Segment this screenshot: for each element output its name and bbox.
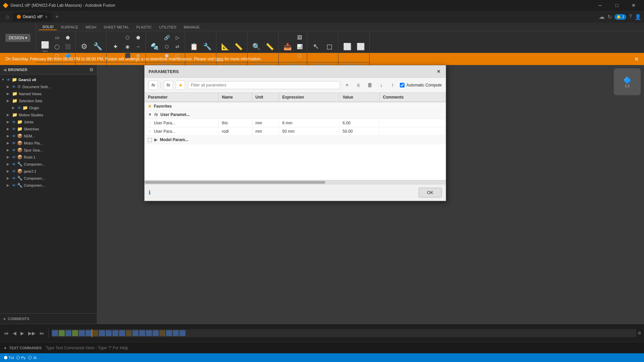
joint-origin-icon[interactable]: ⬡	[162, 42, 171, 51]
scale-icon[interactable]: ↔	[133, 42, 143, 51]
status-py-mode[interactable]: Py	[16, 356, 25, 360]
eye-icon[interactable]: 👁	[12, 127, 16, 131]
cell-name-1[interactable]: thic	[218, 119, 252, 127]
expand-icon[interactable]: ▶	[7, 134, 11, 138]
info-icon[interactable]: ℹ	[149, 189, 151, 196]
position-icon2[interactable]: ⬜	[355, 40, 367, 54]
insert-icon1[interactable]: 📥	[281, 40, 293, 54]
timeline-play[interactable]: ▶	[19, 329, 25, 337]
tree-item-motion-studies[interactable]: ▶ 📁 Motion Studies	[0, 111, 97, 118]
loft-icon[interactable]: ⬟	[63, 33, 72, 42]
maximize-button[interactable]: □	[609, 0, 625, 11]
eye-icon[interactable]: 👁	[12, 85, 16, 89]
copy-param-button[interactable]: ⎘	[354, 81, 363, 89]
cell-comments-1[interactable]	[379, 119, 446, 127]
expand-icon[interactable]: ▶	[7, 141, 11, 145]
timeline-to-end[interactable]: ⏭	[38, 329, 46, 337]
inspect-icon1[interactable]: 🔍	[250, 40, 262, 54]
tab-manage[interactable]: MANAGE	[180, 24, 203, 30]
select-box-icon[interactable]: ◻	[323, 40, 335, 54]
tree-item-doc-settings[interactable]: ▶ 👁 ⚙ Document Setti...	[0, 83, 97, 90]
automate-icon[interactable]: ⚙	[78, 40, 90, 54]
tab-mesh[interactable]: MESH	[82, 24, 100, 30]
expand-icon[interactable]: ▶	[7, 99, 11, 103]
tree-item-selection-sets[interactable]: ▶ 📁 Selection Sets	[0, 97, 97, 104]
cell-comments-2[interactable]	[379, 127, 446, 136]
joint-icon[interactable]: 🔩	[149, 40, 161, 54]
user-params-label[interactable]: ▼ fx User Paramet...	[145, 111, 446, 119]
timeline-item[interactable]	[132, 330, 139, 336]
tree-item-gear2[interactable]: ▶ 👁 📦 gear2:1	[0, 168, 97, 175]
timeline-settings-icon[interactable]: ⚙	[638, 331, 641, 336]
tree-item-component-2[interactable]: ▶ 👁 🔧 Componen...	[0, 175, 97, 182]
extrude-icon[interactable]: ▭	[52, 33, 62, 42]
comments-label[interactable]: COMMENTS	[8, 317, 29, 321]
timeline-prev[interactable]: ◀	[11, 329, 18, 337]
timeline-playhead[interactable]	[92, 329, 92, 337]
active-tab[interactable]: Gears1 v8* ✕	[13, 12, 52, 21]
timeline-item[interactable]	[106, 330, 112, 336]
dialog-close-button[interactable]: ✕	[435, 68, 442, 75]
expand-icon[interactable]: ▶	[7, 85, 11, 88]
banner-close-button[interactable]: ✕	[634, 56, 639, 62]
import-button[interactable]: ↓	[377, 81, 386, 89]
help-button[interactable]: ?	[629, 14, 632, 20]
status-js-mode[interactable]: Js	[28, 356, 37, 360]
design-button[interactable]: DESIGN ▾	[5, 34, 31, 42]
tab-utilities[interactable]: UTILITIES	[156, 24, 179, 30]
construct-icon1[interactable]: 📐	[219, 40, 231, 54]
as-built-joint-icon[interactable]: 🔗	[162, 33, 171, 42]
timeline-item[interactable]	[112, 330, 118, 336]
filter-input[interactable]	[188, 81, 340, 89]
chamfer-icon[interactable]: ◉	[123, 42, 132, 51]
refresh-icon[interactable]: ↻	[607, 14, 612, 20]
timeline-item[interactable]	[139, 330, 145, 336]
formula-button[interactable]: fx	[149, 80, 158, 90]
browser-settings-icon[interactable]: ⚙	[89, 67, 94, 72]
timeline-next[interactable]: ▶▶	[27, 329, 37, 337]
timeline-item[interactable]	[179, 330, 185, 336]
eye-icon[interactable]: 👁	[7, 78, 10, 82]
cell-unit-2[interactable]: mm	[252, 127, 279, 136]
user-params-button[interactable]: fx	[164, 80, 173, 90]
eye-icon[interactable]: 👁	[12, 134, 16, 138]
notifications-badge[interactable]: 🔔 1	[614, 14, 626, 20]
position-icon1[interactable]: ⬜	[341, 40, 353, 54]
star-outline-2[interactable]: ☆	[148, 129, 152, 134]
draft-icon[interactable]: ⬟	[133, 33, 143, 42]
scrollbar-thumb[interactable]	[145, 181, 325, 184]
collapse-browser-icon[interactable]: ◀	[3, 68, 6, 72]
eye-icon[interactable]: 👁	[12, 155, 16, 159]
eye-icon[interactable]: 👁	[12, 169, 16, 173]
tree-item-joints[interactable]: ▶ 👁 📁 Joints	[0, 118, 97, 125]
select-icon[interactable]: ↖	[310, 40, 322, 54]
rib-icon[interactable]: ⬛	[63, 42, 72, 51]
construct-icon2[interactable]: 📏	[232, 40, 245, 54]
tab-surface[interactable]: SURFACE	[57, 24, 82, 30]
expand-arrow[interactable]: ▶	[154, 137, 157, 142]
tree-item-origin[interactable]: ▶ 👁 📁 Origin	[0, 104, 97, 111]
tree-item-motor-plate[interactable]: ▶ 👁 📦 Motor Pla...	[0, 139, 97, 146]
tree-item-root[interactable]: ▼ 👁 📁 Gears1 v8	[0, 76, 97, 83]
tree-item-component-1[interactable]: ▶ 👁 🔧 Componen...	[0, 161, 97, 168]
timeline-item[interactable]	[59, 330, 65, 336]
eye-icon[interactable]: 👁	[12, 120, 16, 124]
eye-icon[interactable]: 👁	[12, 141, 16, 145]
export-button[interactable]: ↑	[388, 81, 397, 89]
auto-compute-checkbox[interactable]	[400, 83, 405, 87]
tree-item-rods[interactable]: ▶ 👁 📦 Rods:1	[0, 154, 97, 161]
favorites-button[interactable]: ★	[176, 80, 185, 90]
timeline-item[interactable]	[92, 330, 98, 336]
collapse-comments-icon[interactable]: ●	[3, 316, 6, 321]
close-button[interactable]: ✕	[626, 0, 641, 11]
timeline-item[interactable]	[173, 330, 179, 336]
cell-name-2[interactable]: rodl	[218, 127, 252, 136]
timeline-item[interactable]	[86, 330, 92, 336]
expand-icon[interactable]: ▶	[7, 113, 11, 117]
tab-close-button[interactable]: ✕	[45, 15, 48, 19]
tree-item-named-views[interactable]: ▶ 📁 Named Views	[0, 90, 97, 97]
timeline-item[interactable]	[146, 330, 152, 336]
timeline-item[interactable]	[126, 330, 132, 336]
timeline-item[interactable]	[79, 330, 85, 336]
view-cube[interactable]: 🔷 1:1	[614, 68, 641, 95]
